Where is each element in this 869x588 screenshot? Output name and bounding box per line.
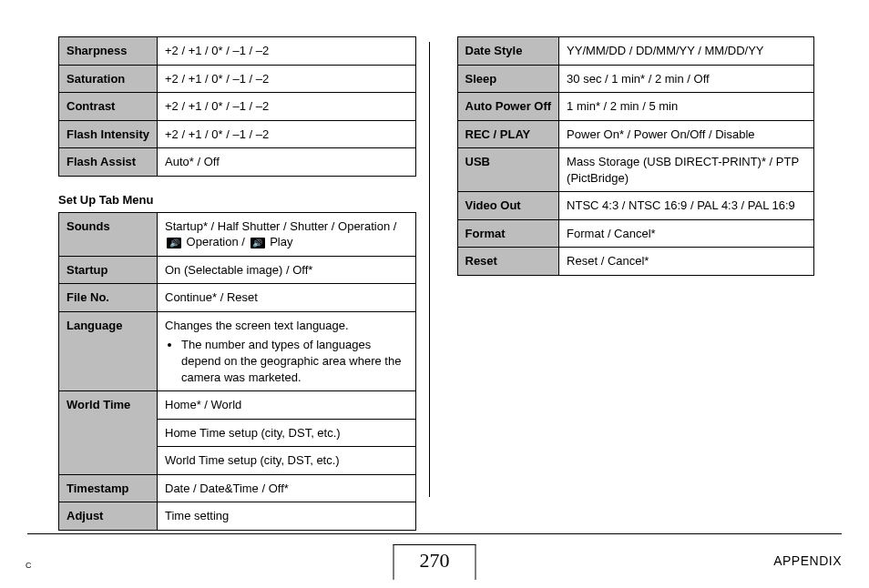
row-label: Sleep: [457, 65, 559, 93]
speaker-icon: 🔊: [250, 238, 265, 248]
row-value: +2 / +1 / 0* / –1 / –2: [158, 93, 415, 121]
row-value: Power On* / Power On/Off / Disable: [559, 120, 814, 148]
table-row: Video Out NTSC 4:3 / NTSC 16:9 / PAL 4:3…: [457, 192, 814, 220]
page: Sharpness +2 / +1 / 0* / –1 / –2 Saturat…: [0, 0, 869, 588]
table-row: Sharpness +2 / +1 / 0* / –1 / –2: [59, 37, 416, 66]
row-label: Contrast: [59, 93, 158, 121]
setup-tab-table: Sounds Startup* / Half Shutter / Shutter…: [58, 212, 416, 531]
row-label: Saturation: [59, 65, 158, 93]
row-value: +2 / +1 / 0* / –1 / –2: [158, 37, 415, 66]
sounds-text-b: Operation /: [183, 235, 249, 248]
table-row: Flash Assist Auto* / Off: [59, 148, 416, 177]
table-row: Date Style YY/MM/DD / DD/MM/YY / MM/DD/Y…: [457, 37, 814, 66]
page-number: 270: [394, 544, 476, 580]
row-value: World Time setup (city, DST, etc.): [158, 447, 416, 475]
section-name: APPENDIX: [773, 553, 842, 568]
table-row: Contrast +2 / +1 / 0* / –1 / –2: [59, 93, 416, 121]
row-value: On (Selectable image) / Off*: [158, 256, 416, 284]
image-settings-table: Sharpness +2 / +1 / 0* / –1 / –2 Saturat…: [58, 36, 416, 177]
table-row: REC / PLAY Power On* / Power On/Off / Di…: [457, 120, 814, 148]
row-label: Timestamp: [59, 474, 158, 502]
table-row: Reset Reset / Cancel*: [457, 248, 814, 276]
row-label: File No.: [59, 284, 158, 312]
row-label: Video Out: [457, 192, 559, 220]
right-column: Date Style YY/MM/DD / DD/MM/YY / MM/DD/Y…: [430, 36, 843, 528]
row-label: USB: [457, 148, 559, 192]
row-label: Date Style: [457, 37, 559, 66]
row-value: Continue* / Reset: [158, 284, 416, 312]
table-row: Sounds Startup* / Half Shutter / Shutter…: [59, 212, 416, 256]
row-label: Flash Intensity: [59, 120, 158, 148]
row-value: Format / Cancel*: [559, 219, 814, 248]
row-label: Reset: [457, 248, 559, 276]
row-value: Reset / Cancel*: [559, 248, 814, 276]
table-row: Language Changes the screen text languag…: [59, 311, 416, 390]
table-row: Startup On (Selectable image) / Off*: [59, 256, 416, 284]
table-row: Format Format / Cancel*: [457, 219, 814, 248]
row-value: NTSC 4:3 / NTSC 16:9 / PAL 4:3 / PAL 16:…: [559, 192, 814, 220]
row-value: 30 sec / 1 min* / 2 min / Off: [559, 65, 814, 93]
row-label: Flash Assist: [59, 148, 158, 177]
setup-continued-table: Date Style YY/MM/DD / DD/MM/YY / MM/DD/Y…: [457, 36, 815, 276]
row-label: Language: [59, 311, 158, 390]
table-row: Auto Power Off 1 min* / 2 min / 5 min: [457, 93, 814, 121]
table-row: Timestamp Date / Date&Time / Off*: [59, 474, 416, 502]
sounds-text-a: Startup* / Half Shutter / Shutter / Oper…: [165, 219, 396, 233]
row-label: Adjust: [59, 502, 158, 531]
row-value: +2 / +1 / 0* / –1 / –2: [158, 120, 415, 148]
row-value: Home Time setup (city, DST, etc.): [158, 419, 416, 447]
row-value: 1 min* / 2 min / 5 min: [559, 93, 814, 121]
row-value: Changes the screen text language. The nu…: [158, 311, 416, 390]
table-row: Adjust Time setting: [59, 502, 416, 531]
row-label: Sharpness: [59, 37, 158, 66]
footer-rule: [27, 533, 842, 534]
row-label: Auto Power Off: [457, 93, 559, 121]
row-value: Mass Storage (USB DIRECT-PRINT)* / PTP (…: [559, 148, 814, 192]
row-label: Format: [457, 219, 559, 248]
row-value: Date / Date&Time / Off*: [158, 474, 416, 502]
row-label: REC / PLAY: [457, 120, 559, 148]
row-label: Startup: [59, 256, 158, 284]
row-value: Time setting: [158, 502, 416, 531]
footer-mark: C: [26, 561, 32, 570]
row-value: Startup* / Half Shutter / Shutter / Oper…: [158, 212, 416, 256]
table-row: Sleep 30 sec / 1 min* / 2 min / Off: [457, 65, 814, 93]
table-row: Saturation +2 / +1 / 0* / –1 / –2: [59, 65, 416, 93]
table-row: File No. Continue* / Reset: [59, 284, 416, 312]
left-column: Sharpness +2 / +1 / 0* / –1 / –2 Saturat…: [27, 36, 429, 528]
language-note: The number and types of languages depend…: [181, 337, 408, 385]
two-column-layout: Sharpness +2 / +1 / 0* / –1 / –2 Saturat…: [27, 36, 842, 528]
table-row: USB Mass Storage (USB DIRECT-PRINT)* / P…: [457, 148, 814, 192]
row-value: +2 / +1 / 0* / –1 / –2: [158, 65, 415, 93]
language-note-list: The number and types of languages depend…: [165, 337, 408, 385]
speaker-icon: 🔊: [167, 238, 181, 248]
language-text: Changes the screen text language.: [165, 319, 349, 332]
row-value: Home* / World: [158, 391, 416, 420]
row-value: YY/MM/DD / DD/MM/YY / MM/DD/YY: [559, 37, 814, 66]
page-footer: C 270 APPENDIX: [0, 533, 869, 588]
row-label: World Time: [59, 391, 158, 475]
row-value: Auto* / Off: [158, 148, 415, 177]
table-row: Flash Intensity +2 / +1 / 0* / –1 / –2: [59, 120, 416, 148]
row-label: Sounds: [59, 212, 158, 256]
sounds-text-c: Play: [267, 235, 293, 248]
setup-tab-title: Set Up Tab Menu: [58, 193, 416, 207]
table-row: World Time Home* / World: [59, 391, 416, 420]
